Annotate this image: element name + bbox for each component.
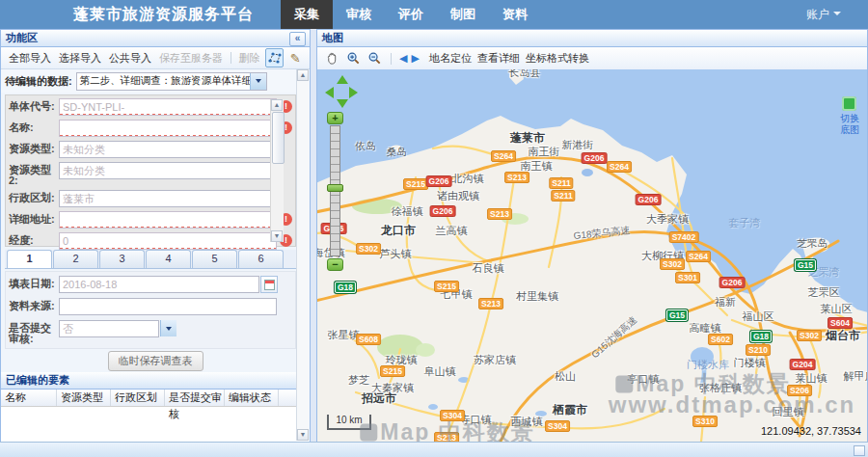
scroll-up-icon[interactable]: ▲ bbox=[271, 99, 283, 111]
temp-save-button[interactable]: 临时保存调查表 bbox=[108, 351, 203, 371]
fill-date-input[interactable] bbox=[59, 276, 259, 293]
calendar-glyph bbox=[264, 280, 275, 290]
zoom-out-button[interactable]: − bbox=[327, 258, 343, 271]
function-panel-title: 功能区 bbox=[6, 32, 38, 43]
map-viewport[interactable]: 长岛县依岛桑岛蓬莱市新港街南王街南王镇北沟镇诸由观镇徐福镇龙口市兰高镇芦头镇海岱… bbox=[317, 69, 867, 442]
toolbar-button[interactable]: 全部导入 bbox=[9, 51, 51, 66]
menu-item-5[interactable]: 资料 bbox=[489, 0, 541, 29]
function-panel: 功能区 « 全部导入选择导入公共导入保存至服务器删除✎ 待编辑的数据: 第二步、… bbox=[0, 29, 311, 442]
top-menu: 采集审核评价制图资料 bbox=[281, 0, 541, 29]
form-field-row: 详细地址:! bbox=[9, 211, 295, 231]
field-label: 资料来源: bbox=[9, 298, 59, 311]
scroll-down-icon[interactable]: ▼ bbox=[271, 230, 283, 242]
scroll-down-icon[interactable]: ▼ bbox=[297, 429, 309, 441]
pending-data-label: 待编辑的数据: bbox=[5, 74, 72, 89]
map-panel-header: 地图 bbox=[317, 30, 867, 47]
toolbar-button[interactable]: 保存至服务器 bbox=[159, 51, 223, 66]
top-bar: 蓬莱市旅游资源服务平台 采集审核评价制图资料 账户 bbox=[0, 0, 868, 30]
map-pan-control[interactable] bbox=[325, 75, 360, 110]
map-link-2[interactable]: 查看详细 bbox=[477, 51, 520, 66]
menu-item-1[interactable]: 采集 bbox=[281, 0, 333, 29]
toolbar-button[interactable]: 选择导入 bbox=[59, 51, 101, 66]
data-source-input[interactable] bbox=[59, 298, 277, 315]
pan-left-icon[interactable] bbox=[325, 87, 334, 98]
collapse-panel-button[interactable]: « bbox=[289, 32, 306, 46]
field-input-1[interactable] bbox=[59, 98, 277, 116]
cursor-coordinates: 121.09432, 37.73534 bbox=[761, 425, 861, 437]
pan-down-icon[interactable] bbox=[337, 99, 348, 108]
field-input-5[interactable] bbox=[59, 190, 277, 207]
form-field-row: 资源类型2: bbox=[9, 162, 295, 189]
menu-item-3[interactable]: 评价 bbox=[385, 0, 437, 29]
previous-extent-icon[interactable]: ◀ bbox=[399, 52, 407, 65]
toolbar-button[interactable]: 公共导入 bbox=[109, 51, 151, 66]
chevron-down-icon bbox=[833, 12, 841, 19]
next-extent-icon[interactable]: ▶ bbox=[411, 52, 419, 65]
resize-grip-icon bbox=[854, 445, 865, 456]
grid-column-4[interactable]: 是否提交审核 bbox=[165, 390, 225, 406]
combo-dropdown-icon[interactable] bbox=[160, 320, 176, 336]
calendar-icon[interactable] bbox=[260, 276, 278, 293]
form-field-row: 是否提交审核: bbox=[9, 320, 295, 345]
scale-text: 10 km bbox=[329, 415, 369, 425]
zoom-in-icon[interactable] bbox=[344, 50, 362, 67]
scrollbar-thumb[interactable] bbox=[272, 112, 285, 164]
field-input-2[interactable] bbox=[59, 120, 277, 137]
zoom-in-button[interactable]: + bbox=[327, 112, 343, 124]
form-field-row: 单体代号:! bbox=[9, 98, 295, 119]
form-scrollbar[interactable]: ▲ ▼ bbox=[270, 99, 284, 242]
basemap-icon bbox=[842, 96, 856, 111]
grid-column-1[interactable]: 名称 bbox=[1, 390, 57, 406]
grid-column-5[interactable]: 编辑状态 bbox=[225, 390, 279, 406]
basemap-switch-label: 切换底图 bbox=[840, 113, 863, 135]
map-panel-title: 地图 bbox=[322, 32, 343, 43]
map-links: 地名定位查看详细坐标格式转换 bbox=[423, 51, 589, 66]
form-extra: 填表日期:资料来源:是否提交审核: bbox=[5, 271, 296, 349]
field-input-3[interactable] bbox=[59, 141, 277, 158]
save-row: 临时保存调查表 bbox=[1, 349, 310, 372]
grid-column-2[interactable]: 资源类型 bbox=[57, 390, 111, 406]
status-bar bbox=[0, 442, 868, 457]
pending-data-combo[interactable]: 第二步、详细调查：旅游资源单体详细调查表 bbox=[76, 72, 267, 91]
field-label: 是否提交审核: bbox=[9, 320, 59, 344]
map-toolbar: ◀ ▶ 地名定位查看详细坐标格式转换 bbox=[317, 47, 867, 70]
map-link-1[interactable]: 地名定位 bbox=[429, 51, 472, 66]
field-label: 填表日期: bbox=[9, 276, 59, 289]
field-input-4[interactable] bbox=[59, 162, 277, 179]
map-link-3[interactable]: 坐标格式转换 bbox=[526, 51, 589, 66]
basemap-switch-button[interactable]: 切换底图 bbox=[840, 96, 867, 135]
scroll-up-icon[interactable]: ▲ bbox=[297, 69, 309, 81]
field-label: 名称: bbox=[9, 120, 59, 133]
combo-dropdown-icon[interactable] bbox=[250, 73, 266, 90]
form-field-row: 名称:! bbox=[9, 120, 295, 140]
field-label: 单体代号: bbox=[9, 98, 59, 112]
field-label: 行政区划: bbox=[9, 190, 59, 203]
map-scale-bar: 10 km bbox=[327, 415, 371, 430]
pan-up-icon[interactable] bbox=[337, 75, 348, 84]
account-menu[interactable]: 账户 bbox=[806, 0, 868, 29]
edited-features-title: 已编辑的要素 bbox=[6, 374, 69, 386]
form-field-row: 资料来源: bbox=[9, 298, 295, 319]
field-input-7[interactable] bbox=[59, 232, 277, 250]
toolbar-button[interactable]: 删除 bbox=[239, 51, 260, 66]
panel-scrollbar[interactable]: ▲ ▼ bbox=[296, 69, 310, 441]
main: 功能区 « 全部导入选择导入公共导入保存至服务器删除✎ 待编辑的数据: 第二步、… bbox=[0, 29, 868, 442]
edit-pencil-icon[interactable]: ✎ bbox=[285, 48, 305, 67]
form-field-row: 行政区划: bbox=[9, 190, 295, 210]
field-label: 详细地址: bbox=[9, 211, 59, 225]
pending-data-value: 第二步、详细调查：旅游资源单体详细调查表 bbox=[77, 74, 250, 88]
menu-item-4[interactable]: 制图 bbox=[437, 0, 489, 29]
field-label: 资源类型: bbox=[9, 141, 59, 154]
submit-review-select[interactable] bbox=[59, 320, 159, 337]
zoom-out-icon[interactable] bbox=[366, 50, 383, 67]
field-input-6[interactable] bbox=[59, 211, 277, 228]
zoom-slider-handle[interactable] bbox=[327, 184, 343, 192]
pan-hand-icon[interactable] bbox=[323, 50, 340, 67]
menu-item-2[interactable]: 审核 bbox=[333, 0, 385, 29]
survey-form: 单体代号:!名称:!资源类型:资源类型2:行政区划:详细地址:!经度:! ▲ ▼ bbox=[5, 94, 296, 247]
form-tabs: 123456 bbox=[5, 250, 296, 269]
pan-right-icon[interactable] bbox=[349, 87, 358, 98]
toolbar-separator bbox=[231, 52, 231, 64]
draw-select-tool-icon[interactable] bbox=[265, 48, 285, 67]
grid-column-3[interactable]: 行政区划 bbox=[111, 390, 165, 406]
